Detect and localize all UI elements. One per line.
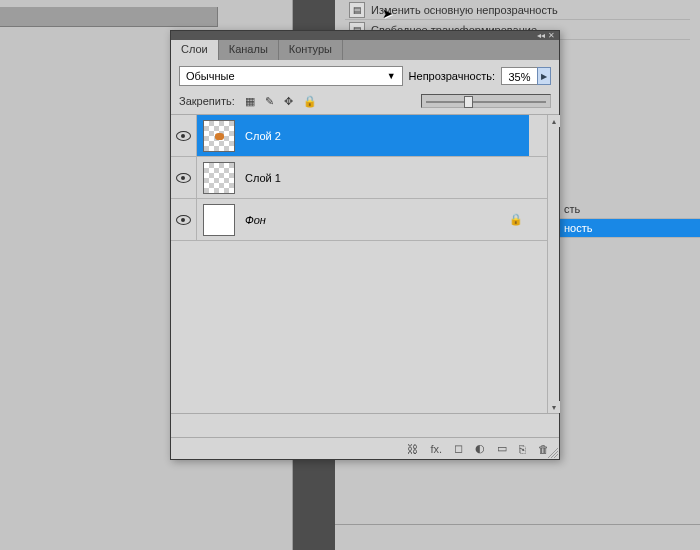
fx-icon[interactable]: fx. — [430, 443, 442, 455]
blend-mode-select[interactable]: Обычные ▼ — [179, 66, 403, 86]
layers-list: Слой 2 Слой 1 Фон 🔒 ▴ ▾ — [171, 114, 559, 414]
scrollbar[interactable]: ▴ ▾ — [547, 115, 559, 413]
lock-row: Закрепить: ▦ ✎ ✥ 🔒 — [171, 92, 559, 114]
adjustment-icon[interactable]: ◐ — [475, 442, 485, 455]
eye-icon — [176, 215, 191, 225]
resize-grip-icon[interactable] — [548, 448, 558, 458]
panel-collapse-icon[interactable]: ◂◂ — [537, 32, 545, 40]
eye-icon — [176, 131, 191, 141]
mask-icon[interactable]: ◻ — [454, 442, 463, 455]
layer-row[interactable]: Фон 🔒 — [171, 199, 547, 241]
visibility-toggle[interactable] — [171, 115, 197, 156]
layer-thumbnail[interactable] — [203, 162, 235, 194]
tab-channels[interactable]: Каналы — [219, 40, 279, 60]
layer-row[interactable]: Слой 2 — [171, 115, 547, 157]
panel-close-icon[interactable]: ✕ — [548, 32, 555, 40]
group-icon[interactable]: ▭ — [497, 442, 507, 455]
layer-row[interactable]: Слой 1 — [171, 157, 547, 199]
fill-slider[interactable] — [421, 94, 551, 108]
layers-panel-footer: ⛓ fx. ◻ ◐ ▭ ⎘ 🗑 — [171, 437, 559, 459]
opacity-flyout-button[interactable]: ▶ — [537, 67, 551, 85]
left-inner-shape — [0, 7, 218, 27]
link-layers-icon[interactable]: ⛓ — [407, 443, 418, 455]
bg-side-row-selected[interactable]: ность — [558, 219, 700, 238]
lock-icon: 🔒 — [509, 213, 523, 226]
tab-layers[interactable]: Слои — [171, 40, 219, 60]
lock-brush-icon[interactable]: ✎ — [265, 95, 274, 108]
layers-panel: ◂◂ ✕ Слои Каналы Контуры Обычные ▼ Непро… — [170, 30, 560, 460]
slider-track — [426, 101, 546, 103]
layer-name[interactable]: Слой 2 — [245, 130, 281, 142]
scroll-down-icon[interactable]: ▾ — [548, 401, 560, 413]
blend-mode-value: Обычные — [186, 70, 235, 82]
history-item-label: Изменить основную непрозрачность — [371, 4, 558, 16]
slider-thumb[interactable] — [464, 96, 473, 108]
bg-side-list: сть ность — [558, 200, 700, 238]
lock-transparency-icon[interactable]: ▦ — [245, 95, 255, 108]
visibility-toggle[interactable] — [171, 199, 197, 240]
layer-name[interactable]: Фон — [245, 214, 266, 226]
history-item[interactable]: ▤ Изменить основную непрозрачность — [345, 0, 690, 20]
eye-icon — [176, 173, 191, 183]
scroll-up-icon[interactable]: ▴ — [548, 115, 560, 127]
chevron-down-icon: ▼ — [387, 71, 396, 81]
bg-side-row[interactable]: сть — [558, 200, 700, 219]
footer-divider — [335, 524, 700, 525]
history-item-icon: ▤ — [349, 2, 365, 18]
new-layer-icon[interactable]: ⎘ — [519, 443, 526, 455]
panel-titlebar[interactable]: ◂◂ ✕ — [171, 31, 559, 40]
opacity-label: Непрозрачность: — [409, 70, 495, 82]
opacity-input[interactable]: 35% — [501, 67, 537, 85]
lock-move-icon[interactable]: ✥ — [284, 95, 293, 108]
lock-all-icon[interactable]: 🔒 — [303, 95, 317, 108]
blend-opacity-row: Обычные ▼ Непрозрачность: 35% ▶ — [171, 60, 559, 92]
tab-paths[interactable]: Контуры — [279, 40, 343, 60]
layer-thumbnail[interactable] — [203, 204, 235, 236]
layer-name[interactable]: Слой 1 — [245, 172, 281, 184]
layer-thumbnail[interactable] — [203, 120, 235, 152]
lock-label: Закрепить: — [179, 95, 235, 107]
panel-tabs: Слои Каналы Контуры — [171, 40, 559, 60]
visibility-toggle[interactable] — [171, 157, 197, 198]
